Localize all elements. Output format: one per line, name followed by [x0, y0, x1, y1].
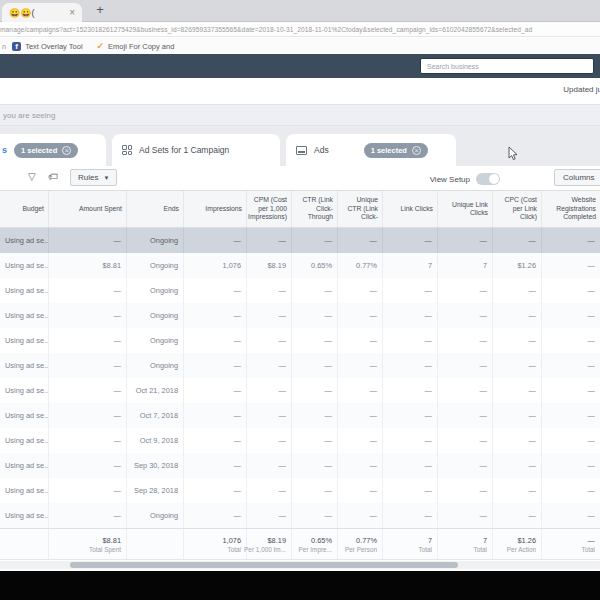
cell-clicks: — — [382, 378, 437, 403]
cell-ends: Ongoing — [126, 353, 183, 378]
tab-campaigns[interactable]: s 1 selected × — [0, 134, 106, 166]
ads-selected-badge[interactable]: 1 selected × — [364, 143, 428, 158]
table-row[interactable]: Using ad se...—Ongoing———————— — [0, 503, 600, 528]
column-header-impressions[interactable]: Impressions — [183, 191, 246, 227]
table-row[interactable]: Using ad se...—Ongoing———————— — [0, 228, 600, 253]
search-input[interactable] — [420, 58, 594, 74]
total-ends — [126, 529, 183, 559]
cell-cpc: — — [492, 328, 541, 353]
total-reg: —Total — [541, 529, 600, 559]
view-setup-toggle[interactable] — [476, 173, 500, 185]
bookmark-emoji-for-copy[interactable]: ✓ Emoji For Copy and — [97, 41, 175, 51]
cell-ctr: — — [291, 353, 337, 378]
cell-budget: Using ad se... — [0, 378, 48, 403]
tab-close-icon[interactable]: × — [69, 7, 75, 18]
cell-uctr: 0.77% — [337, 253, 382, 278]
clear-selection-icon[interactable]: × — [62, 146, 71, 155]
facebook-icon: f — [12, 42, 21, 51]
bookmark-fragment[interactable]: n — [2, 42, 6, 51]
cell-cpm: — — [246, 453, 291, 478]
cell-cpc: — — [492, 303, 541, 328]
cell-spent: — — [48, 478, 126, 503]
tab-ad-sets[interactable]: Ad Sets for 1 Campaign — [112, 134, 280, 166]
cell-impressions: — — [183, 503, 246, 528]
cell-cpm: — — [246, 353, 291, 378]
cell-impressions: — — [183, 378, 246, 403]
cell-cpm: — — [246, 478, 291, 503]
cell-budget: Using ad se... — [0, 253, 48, 278]
cell-budget: Using ad se... — [0, 403, 48, 428]
cell-impressions: — — [183, 353, 246, 378]
cell-cpm: — — [246, 328, 291, 353]
cell-ctr: — — [291, 478, 337, 503]
cell-ctr: — — [291, 428, 337, 453]
scrollbar-thumb[interactable] — [70, 562, 458, 568]
view-setup-label: View Setup — [430, 175, 470, 184]
table-row[interactable]: Using ad se...—Oct 21, 2018———————— — [0, 378, 600, 403]
cell-ends: Oct 21, 2018 — [126, 378, 183, 403]
metrics-table: BudgetAmount SpentEndsImpressionsCPM (Co… — [0, 190, 600, 560]
cell-uclicks: — — [437, 303, 492, 328]
column-header-clicks[interactable]: Link Clicks — [382, 191, 437, 227]
tag-icon[interactable]: 🏷 — [48, 171, 58, 182]
campaigns-selected-badge[interactable]: 1 selected × — [14, 143, 78, 158]
cell-cpc: — — [492, 378, 541, 403]
table-row[interactable]: Using ad se...—Sep 30, 2018———————— — [0, 453, 600, 478]
horizontal-scrollbar[interactable] — [0, 561, 600, 569]
cell-spent: — — [48, 453, 126, 478]
cell-cpc: — — [492, 278, 541, 303]
badge-label: 1 selected — [371, 146, 407, 155]
address-bar[interactable]: manage/campaigns?act=1523018261275429&bu… — [0, 22, 600, 37]
clear-selection-icon[interactable]: × — [412, 146, 421, 155]
table-row[interactable]: Using ad se...—Oct 7, 2018———————— — [0, 403, 600, 428]
tab-ads[interactable]: Ads 1 selected × — [286, 134, 456, 166]
table-row[interactable]: Using ad se...—Ongoing———————— — [0, 353, 600, 378]
cell-spent: — — [48, 353, 126, 378]
cell-reg: — — [541, 428, 600, 453]
cell-cpc: — — [492, 228, 541, 253]
table-header-row: BudgetAmount SpentEndsImpressionsCPM (Co… — [0, 190, 600, 228]
new-tab-button[interactable]: + — [92, 2, 108, 17]
cell-reg: — — [541, 453, 600, 478]
column-header-cpm[interactable]: CPM (Cost per 1,000 Impressions) — [246, 191, 291, 227]
cell-clicks: — — [382, 428, 437, 453]
cell-clicks: — — [382, 453, 437, 478]
cell-ctr: — — [291, 328, 337, 353]
column-header-reg[interactable]: Website Registrations Completed — [541, 191, 600, 227]
bookmark-text-overlay-tool[interactable]: f Text Overlay Tool — [12, 42, 82, 51]
cell-cpm: — — [246, 428, 291, 453]
cell-ctr: — — [291, 403, 337, 428]
column-header-ends[interactable]: Ends — [126, 191, 183, 227]
browser-tab-strip: 😀😀( × + — [0, 0, 600, 22]
table-row[interactable]: Using ad se...$8.81Ongoing1,076$8.190.65… — [0, 253, 600, 278]
column-header-ctr[interactable]: CTR (Link Click-Through — [291, 191, 337, 227]
column-header-spent[interactable]: Amount Spent — [48, 191, 126, 227]
table-row[interactable]: Using ad se...—Ongoing———————— — [0, 303, 600, 328]
cell-spent: — — [48, 278, 126, 303]
cell-reg: — — [541, 403, 600, 428]
bookmark-label: Emoji For Copy and — [108, 42, 174, 51]
rules-button[interactable]: Rules ▼ — [70, 169, 117, 186]
table-row[interactable]: Using ad se...—Ongoing———————— — [0, 328, 600, 353]
column-header-uctr[interactable]: Unique CTR (Link Click- — [337, 191, 382, 227]
column-header-cpc[interactable]: CPC (Cost per Link Click) — [492, 191, 541, 227]
cell-budget: Using ad se... — [0, 303, 48, 328]
filter-icon[interactable]: ▽ — [28, 171, 36, 182]
table-row[interactable]: Using ad se...—Ongoing———————— — [0, 278, 600, 303]
cell-cpc: — — [492, 503, 541, 528]
cell-uctr: — — [337, 378, 382, 403]
cell-impressions: 1,076 — [183, 253, 246, 278]
campaigns-label-fragment: s — [2, 145, 7, 155]
updated-status-text: Updated ju — [563, 85, 600, 94]
column-header-uclicks[interactable]: Unique Link Clicks — [437, 191, 492, 227]
cell-clicks: — — [382, 328, 437, 353]
info-banner: you are seeing — [0, 104, 600, 126]
browser-tab[interactable]: 😀😀( × — [2, 3, 82, 22]
cell-uclicks: — — [437, 228, 492, 253]
table-row[interactable]: Using ad se...—Oct 9, 2018———————— — [0, 428, 600, 453]
columns-button[interactable]: Columns — [554, 169, 600, 186]
cell-uctr: — — [337, 278, 382, 303]
cell-ends: Ongoing — [126, 303, 183, 328]
table-row[interactable]: Using ad se...—Sep 28, 2018———————— — [0, 478, 600, 503]
column-header-budget[interactable]: Budget — [0, 191, 48, 227]
